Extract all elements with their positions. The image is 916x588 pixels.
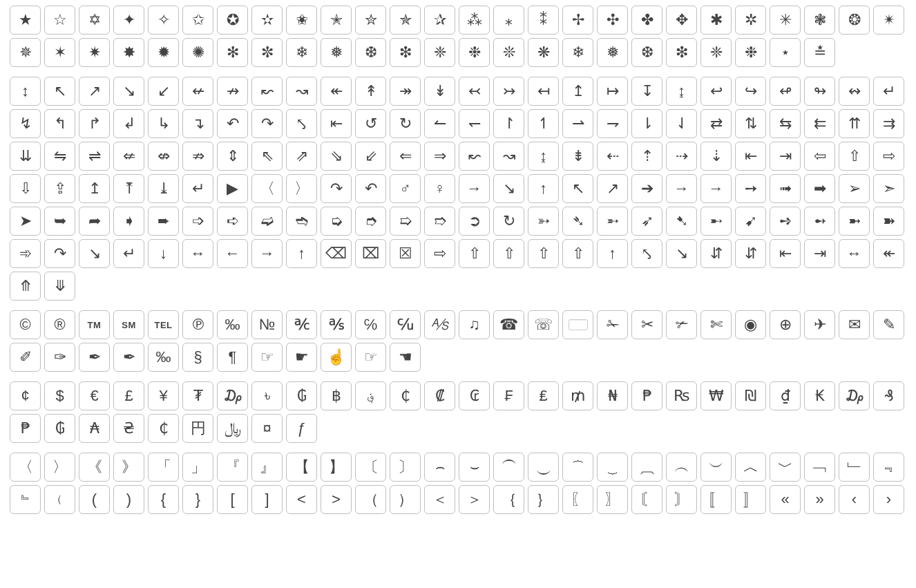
symbol-cell[interactable]: ↯: [10, 109, 41, 138]
symbol-cell[interactable]: ➽: [873, 207, 904, 236]
symbol-cell[interactable]: ↺: [355, 109, 386, 138]
symbol-cell[interactable]: ↷: [321, 174, 352, 203]
symbol-cell[interactable]: ↜: [459, 142, 490, 171]
symbol-cell[interactable]: ❆: [631, 38, 662, 67]
symbol-cell[interactable]: ✹: [148, 38, 179, 67]
symbol-cell[interactable]: ➡: [804, 174, 835, 203]
symbol-cell[interactable]: 〉: [286, 174, 317, 203]
symbol-cell[interactable]: ⏞: [562, 453, 593, 482]
symbol-cell[interactable]: ➪: [217, 207, 248, 236]
symbol-cell[interactable]: 〚: [700, 485, 732, 514]
symbol-cell[interactable]: ➧: [113, 207, 144, 236]
symbol-cell[interactable]: ➦: [79, 207, 110, 236]
symbol-cell[interactable]: ➯: [390, 207, 421, 236]
symbol-cell[interactable]: ⇇: [804, 109, 835, 138]
symbol-cell[interactable]: ↩: [700, 77, 732, 106]
symbol-cell[interactable]: ₫: [770, 381, 801, 410]
symbol-cell[interactable]: ₰: [873, 381, 904, 410]
symbol-cell[interactable]: ➤: [10, 207, 41, 236]
symbol-cell[interactable]: ↖: [44, 77, 75, 106]
symbol-cell[interactable]: →: [251, 239, 283, 268]
symbol-cell[interactable]: ✄: [700, 310, 732, 339]
symbol-cell[interactable]: 〈: [251, 174, 283, 203]
symbol-cell[interactable]: ✤: [631, 6, 662, 35]
symbol-cell[interactable]: ﹃: [873, 453, 904, 482]
symbol-cell[interactable]: ⇒: [424, 142, 455, 171]
symbol-cell[interactable]: ₵: [148, 414, 179, 443]
symbol-cell[interactable]: ➵: [597, 207, 628, 236]
symbol-cell[interactable]: ↦: [597, 77, 628, 106]
symbol-cell[interactable]: ⇨: [873, 142, 904, 171]
symbol-cell[interactable]: ✫: [251, 6, 283, 35]
symbol-cell[interactable]: ⇊: [10, 142, 41, 171]
symbol-cell[interactable]: ✒: [113, 343, 144, 372]
symbol-cell[interactable]: ⇗: [286, 142, 317, 171]
symbol-cell[interactable]: ↪: [735, 77, 766, 106]
symbol-cell[interactable]: ↘: [493, 174, 524, 203]
symbol-cell[interactable]: →: [459, 174, 490, 203]
symbol-cell[interactable]: →: [666, 174, 697, 203]
symbol-cell[interactable]: ✣: [597, 6, 628, 35]
symbol-cell[interactable]: ♀: [424, 174, 455, 203]
symbol-cell[interactable]: ☚: [390, 343, 421, 372]
symbol-cell[interactable]: ↛: [217, 77, 248, 106]
symbol-cell[interactable]: 〙: [666, 485, 697, 514]
symbol-cell[interactable]: ➣: [873, 174, 904, 203]
symbol-cell[interactable]: ➬: [286, 207, 317, 236]
symbol-cell[interactable]: ❇: [666, 38, 697, 67]
symbol-cell[interactable]: ↭: [839, 77, 870, 106]
symbol-cell[interactable]: ⤣: [286, 109, 317, 138]
symbol-cell[interactable]: ﹄: [10, 485, 41, 514]
symbol-cell[interactable]: ↠: [390, 77, 421, 106]
symbol-cell[interactable]: ⇖: [251, 142, 283, 171]
symbol-cell[interactable]: ➴: [562, 207, 593, 236]
symbol-cell[interactable]: ]: [251, 485, 283, 514]
symbol-cell[interactable]: ℗: [182, 310, 213, 339]
symbol-cell[interactable]: ©: [10, 310, 41, 339]
symbol-cell[interactable]: 【: [286, 453, 317, 482]
symbol-cell[interactable]: ❄: [562, 38, 593, 67]
symbol-cell[interactable]: 〉: [44, 453, 75, 482]
symbol-cell[interactable]: ₯: [217, 381, 248, 410]
symbol-cell[interactable]: €: [79, 381, 110, 410]
symbol-cell[interactable]: ✺: [182, 38, 213, 67]
symbol-cell[interactable]: ₵: [390, 381, 421, 410]
symbol-cell[interactable]: ⇠: [597, 142, 628, 171]
symbol-cell[interactable]: ₡: [424, 381, 455, 410]
symbol-cell[interactable]: ₭: [804, 381, 835, 410]
symbol-cell[interactable]: ﹁: [804, 453, 835, 482]
symbol-cell[interactable]: ⇟: [562, 142, 593, 171]
symbol-cell[interactable]: ➔: [631, 174, 662, 203]
symbol-cell[interactable]: ✃: [666, 310, 697, 339]
symbol-cell[interactable]: ↻: [493, 207, 524, 236]
symbol-cell[interactable]: ）: [390, 485, 421, 514]
symbol-cell[interactable]: ↾: [493, 109, 524, 138]
symbol-cell[interactable]: ︵: [666, 453, 697, 482]
symbol-cell[interactable]: ↙: [148, 77, 179, 106]
symbol-cell[interactable]: ↵: [182, 174, 213, 203]
symbol-cell[interactable]: »: [804, 485, 835, 514]
symbol-cell[interactable]: ⇙: [355, 142, 386, 171]
symbol-cell[interactable]: ←: [217, 239, 248, 268]
symbol-cell[interactable]: ➮: [355, 207, 386, 236]
symbol-cell[interactable]: ↡: [424, 77, 455, 106]
symbol-cell[interactable]: ›: [873, 485, 904, 514]
symbol-cell[interactable]: （: [355, 485, 386, 514]
symbol-cell[interactable]: ｝: [528, 485, 559, 514]
symbol-cell[interactable]: ➷: [666, 207, 697, 236]
symbol-cell[interactable]: ₥: [562, 381, 593, 410]
symbol-cell[interactable]: ＞: [459, 485, 490, 514]
symbol-cell[interactable]: ⌢: [424, 453, 455, 482]
symbol-cell[interactable]: ﹀: [770, 453, 801, 482]
symbol-cell[interactable]: 〔: [355, 453, 386, 482]
symbol-cell[interactable]: ✱: [700, 6, 732, 35]
symbol-cell[interactable]: ❂: [839, 6, 870, 35]
symbol-cell[interactable]: ❉: [735, 38, 766, 67]
symbol-cell[interactable]: ❊: [493, 38, 524, 67]
symbol-cell[interactable]: ▶: [217, 174, 248, 203]
symbol-cell[interactable]: ₲: [44, 414, 75, 443]
symbol-cell[interactable]: ⇋: [44, 142, 75, 171]
symbol-cell[interactable]: ✡: [79, 6, 110, 35]
symbol-cell[interactable]: ৳: [251, 381, 283, 410]
symbol-cell[interactable]: →: [700, 174, 732, 203]
